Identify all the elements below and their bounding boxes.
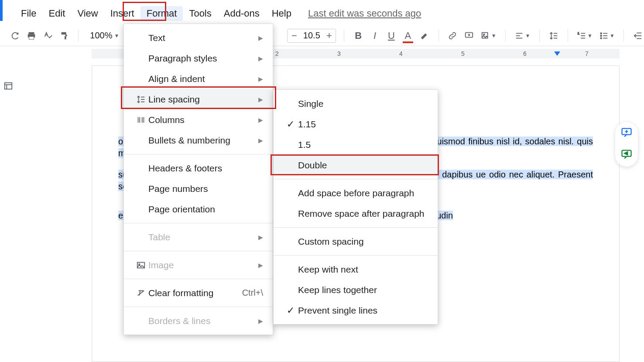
text-color-button[interactable]: A [402,29,414,42]
highlight-button[interactable] [418,29,431,42]
chevron-right-icon: ▶ [258,318,263,324]
print-button[interactable] [25,29,38,42]
menu-edit[interactable]: Edit [42,6,71,21]
spacing-double[interactable]: Double [274,155,438,175]
format-paragraph-styles[interactable]: Paragraph styles▶ [124,48,273,68]
svg-text:1: 1 [578,31,579,35]
spacing-115-label: 1.15 [298,119,316,130]
spacing-keep-next[interactable]: Keep with next [274,259,438,280]
line-spacing-toolbar-button[interactable] [548,29,560,42]
outline-toggle-icon[interactable] [3,81,13,91]
font-size-input[interactable] [301,31,322,41]
bold-button[interactable]: B [352,29,364,42]
spacing-add-before-label: Add space before paragraph [298,188,414,198]
format-borders-lines: Borders & lines▶ [124,311,273,331]
caret-down-icon: ▼ [610,33,615,39]
bullet-list-button[interactable]: ▼ [598,29,616,42]
format-columns[interactable]: Columns▶ [124,109,273,130]
spellcheck-button[interactable] [42,29,54,42]
check-icon: ✓ [283,119,298,130]
menu-file[interactable]: File [15,6,42,21]
spacing-15-label: 1.5 [298,140,311,150]
redo-button[interactable] [9,29,21,42]
insert-link-button[interactable] [446,29,459,42]
spacing-prevent-single-label: Prevent single lines [298,305,377,316]
format-line-spacing-label: Line spacing [148,94,200,105]
format-bullets-numbering-label: Bullets & numbering [148,135,230,146]
svg-rect-2 [29,36,34,39]
svg-point-17 [600,35,602,36]
chevron-right-icon: ▶ [258,75,263,82]
italic-button[interactable]: I [369,29,381,42]
last-edit-link[interactable]: Last edit was seconds ago [302,6,427,21]
format-line-spacing[interactable]: Line spacing▶ [124,89,273,109]
menu-format[interactable]: Format [140,6,183,21]
suggest-edits-floating[interactable] [620,148,633,162]
format-table: Table▶ [124,227,273,247]
spacing-remove-after[interactable]: Remove space after paragraph [274,203,438,224]
format-page-numbers-label: Page numbers [148,184,208,194]
menu-view[interactable]: View [71,6,104,21]
svg-point-5 [483,34,485,35]
format-align-indent[interactable]: Align & indent▶ [124,68,273,89]
ruler-tick-1: 1 [92,50,92,57]
format-align-indent-label: Align & indent [148,74,205,84]
format-page-orientation[interactable]: Page orientation [124,199,273,219]
checklist-button[interactable]: 1▼ [576,29,594,42]
line-spacing-submenu: Single ✓1.15 1.5 Double Add space before… [273,89,438,324]
spacing-single[interactable]: Single [274,93,438,114]
align-button[interactable]: ▼ [514,29,531,42]
format-paragraph-styles-label: Paragraph styles [148,53,217,64]
format-text[interactable]: Text▶ [124,27,273,48]
format-headers-footers-label: Headers & footers [148,163,222,174]
format-image-label: Image [148,260,174,270]
chevron-right-icon: ▶ [258,137,263,144]
svg-rect-25 [5,83,12,89]
caret-down-icon: ▼ [525,33,530,39]
ruler-tick-4: 4 [399,50,403,57]
check-icon: ✓ [283,305,298,316]
font-size-decrease[interactable]: − [288,30,301,41]
spacing-keep-together[interactable]: Keep lines together [274,280,438,300]
paint-format-button[interactable] [58,29,71,42]
add-comment-button[interactable] [463,29,475,42]
add-comment-floating[interactable] [620,126,633,140]
spacing-double-label: Double [298,160,327,171]
format-page-orientation-label: Page orientation [148,204,215,215]
line-spacing-icon [134,95,148,104]
spacing-15[interactable]: 1.5 [274,134,438,155]
image-icon [134,260,148,270]
caret-down-icon: ▼ [491,33,497,39]
chevron-right-icon: ▶ [258,34,263,41]
spacing-prevent-single[interactable]: ✓Prevent single lines [274,300,438,321]
menu-addons[interactable]: Add-ons [218,6,266,21]
format-page-numbers[interactable]: Page numbers [124,178,273,199]
format-headers-footers[interactable]: Headers & footers [124,158,273,178]
zoom-value: 100% [90,31,112,41]
caret-down-icon: ▼ [114,33,120,39]
format-columns-label: Columns [148,115,185,125]
outdent-button[interactable] [632,29,644,42]
menu-help[interactable]: Help [266,6,298,21]
spacing-custom[interactable]: Custom spacing [274,231,438,252]
spacing-keep-together-label: Keep lines together [298,285,377,295]
columns-icon [134,115,148,125]
format-bullets-numbering[interactable]: Bullets & numbering▶ [124,130,273,150]
right-indent-marker[interactable] [554,51,560,56]
svg-point-18 [600,38,602,39]
ruler-tick-5: 5 [461,50,465,57]
font-size-increase[interactable]: + [322,30,336,41]
format-dropdown: Text▶ Paragraph styles▶ Align & indent▶ … [123,24,273,335]
caret-down-icon: ▼ [587,33,593,39]
spacing-add-before[interactable]: Add space before paragraph [274,183,438,203]
menu-insert[interactable]: Insert [104,6,140,21]
clear-format-icon [134,288,148,298]
toolbar: 100% ▼ − + B I U A ▼ ▼ 1▼ ▼ [0,25,644,46]
format-clear-formatting[interactable]: Clear formattingCtrl+\ [124,283,273,303]
zoom-select[interactable]: 100% ▼ [90,31,119,41]
underline-button[interactable]: U [385,29,397,42]
floating-actions [615,122,638,167]
menu-tools[interactable]: Tools [183,6,217,21]
insert-image-button[interactable]: ▼ [480,29,497,42]
spacing-115[interactable]: ✓1.15 [274,114,438,134]
